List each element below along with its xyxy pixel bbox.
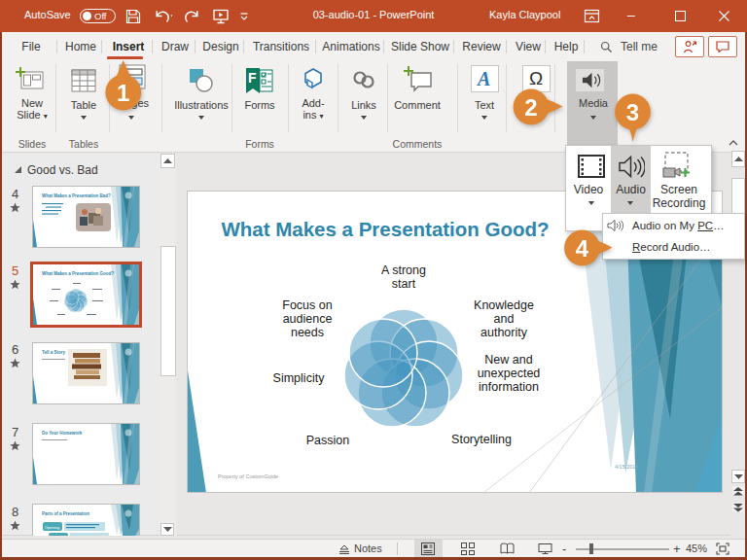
svg-text:F: F [248, 70, 257, 86]
svg-text:4/15/2019: 4/15/2019 [615, 464, 638, 470]
svg-text:Tell a Story: Tell a Story [42, 350, 65, 355]
svg-text:3: 3 [626, 99, 639, 125]
svg-text:What Makes a Presentation Bad?: What Makes a Presentation Bad? [42, 193, 111, 198]
svg-text:Property of CustomGuide: Property of CustomGuide [218, 473, 278, 479]
svg-text:4: 4 [576, 235, 589, 262]
svg-text:1: 1 [117, 80, 129, 106]
svg-text:2: 2 [524, 94, 537, 121]
svg-text:Do Your Homework: Do Your Homework [42, 431, 83, 436]
svg-text:What Makes a Presentation Good: What Makes a Presentation Good? [42, 271, 114, 276]
svg-text:Opening: Opening [45, 525, 59, 530]
svg-text:Parts of a Presentation: Parts of a Presentation [42, 511, 89, 516]
